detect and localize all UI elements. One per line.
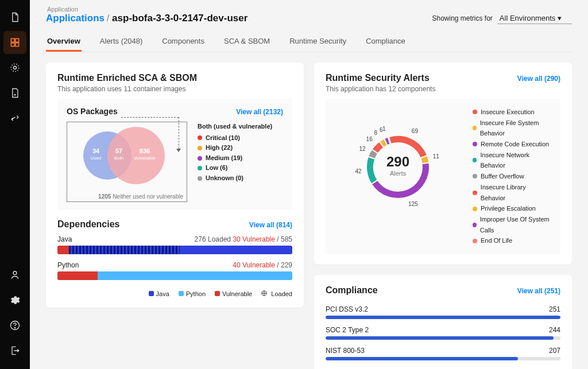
nav-document-icon[interactable] [3,6,26,29]
compliance-row: PCI DSS v3.2251 [326,305,560,319]
sca-title: Runtime Enriched SCA & SBOM [57,73,292,83]
severity-legend: Both (used & vulnerable) Critical (10)Hi… [198,122,272,184]
severity-row: High (22) [198,143,272,153]
donut-value-label: 1 [382,126,386,132]
breadcrumb-parent[interactable]: Applications [46,13,105,24]
alerts-viewall[interactable]: View all (290) [517,75,560,83]
compliance-row: SOC 2 Type 2244 [326,326,560,340]
alerts-title: Runtime Security Alerts [326,73,435,83]
chevron-down-icon: ▾ [558,14,562,22]
svg-rect-2 [11,43,14,46]
svg-point-5 [11,64,18,71]
nav-settings-icon[interactable] [3,289,26,312]
alert-legend-row: Insecure Network Behavior [473,150,551,171]
nav-logout-icon[interactable] [3,339,26,362]
alerts-donut-chart: 290 Alerts 6911125421216861 [335,107,461,222]
alert-legend-row: Privilege Escalation [473,203,551,214]
tab-alerts-2048-[interactable]: Alerts (2048) [99,32,144,52]
sca-column: Runtime Enriched SCA & SBOM This applica… [46,63,304,369]
severity-row: Low (6) [198,163,272,173]
nav-user-icon[interactable] [3,263,26,286]
svg-point-4 [14,67,17,69]
alert-legend-row: Improper Use Of System Calls [473,214,551,235]
severity-row: Medium (19) [198,153,272,164]
svg-text:34: 34 [92,147,100,154]
dependency-row: Python 40 Vulnerable / 229 [57,261,292,280]
tab-sca-sbom[interactable]: SCA & SBOM [223,32,271,52]
alerts-subtitle: This application has 12 components [326,85,435,93]
sca-subtitle: This application uses 11 container image… [57,85,292,93]
os-packages-viewall[interactable]: View all (2132) [236,108,283,116]
svg-point-6 [13,271,17,275]
donut-value-label: 125 [408,201,418,207]
os-packages-title: OS Packages [67,107,118,116]
nav-dashboard-icon[interactable] [3,31,26,54]
metrics-for-label: Showing metrics for [432,14,492,22]
venn-diagram: 34 Used 57 Both 836 Vulnerable 1205 Neit [67,122,187,202]
donut-value-label: 42 [355,168,361,174]
svg-text:Used: Used [91,156,102,161]
tab-compliance[interactable]: Compliance [365,32,407,52]
compliance-panel: Compliance View all (251) PCI DSS v3.225… [314,275,572,369]
alert-legend-row: Insecure File System Behavior [473,118,551,139]
nav-help-icon[interactable] [3,314,26,337]
tab-runtime-security[interactable]: Runtime Security [288,32,347,52]
severity-row: Critical (10) [198,133,272,143]
environment-select[interactable]: All Environments ▾ [497,13,572,24]
dependencies-card: Dependencies View all (814) Java 276 Loa… [57,219,292,297]
svg-rect-0 [11,38,14,42]
dependency-row: Java 276 Loaded 30 Vulnerable / 585 [57,235,292,254]
donut-value-label: 69 [412,128,418,134]
nav-config-icon[interactable] [3,56,26,79]
alert-legend-row: End Of Life [473,235,551,246]
donut-value-label: 11 [433,153,439,160]
donut-value-label: 8 [374,130,378,136]
compliance-viewall[interactable]: View all (251) [517,287,560,295]
app-name: asp-bofa-3-3-0-2147-dev-user [112,13,247,24]
donut-value-label: 12 [359,146,365,152]
nav-connect-icon[interactable] [3,107,26,130]
tabs: OverviewAlerts (2048)ComponentsSCA & SBO… [46,32,572,52]
svg-text:Both: Both [114,156,123,161]
dependencies-viewall[interactable]: View all (814) [249,221,292,229]
compliance-title: Compliance [326,285,378,296]
tab-components[interactable]: Components [161,32,206,52]
os-packages-card: OS Packages View all (2132) 34 Used [57,99,292,210]
compliance-row: NIST 800-53207 [326,347,560,360]
breadcrumb-label: Application [47,6,247,13]
donut-value-label: 16 [366,136,373,142]
severity-row: Unknown (0) [198,173,272,184]
svg-text:Vulnerable: Vulnerable [134,156,156,161]
svg-point-8 [14,328,15,328]
nav-report-icon[interactable] [3,81,26,104]
tab-overview[interactable]: Overview [46,32,82,52]
svg-text:836: 836 [140,147,150,154]
alert-legend-row: Buffer Overflow [473,171,551,182]
right-column: Runtime Security Alerts This application… [314,63,572,369]
svg-rect-3 [16,43,19,46]
svg-text:57: 57 [115,147,122,154]
alert-legend-row: Insecure Execution [473,107,551,118]
left-sidebar [0,0,30,369]
alerts-legend: Insecure ExecutionInsecure File System B… [473,107,551,246]
dependencies-title: Dependencies [57,219,119,230]
dependencies-legend: Java Python Vulnerable Loaded [57,290,292,297]
svg-rect-1 [16,38,19,42]
alert-legend-row: Remote Code Execution [473,139,551,150]
alert-legend-row: Insecure Library Behavior [473,182,551,203]
